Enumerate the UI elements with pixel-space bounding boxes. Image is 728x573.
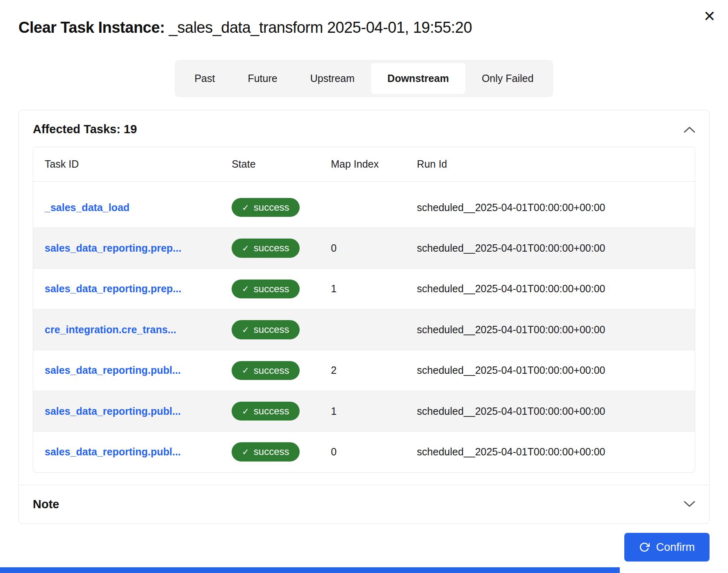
check-icon: ✓ <box>242 325 249 334</box>
state-cell: ✓success <box>232 350 331 391</box>
state-label: success <box>254 243 289 253</box>
modal-panel: Affected Tasks: 19 Task IDStateMap Index… <box>18 110 710 524</box>
task-id-link[interactable]: sales_data_reporting.publ... <box>45 405 181 417</box>
tab-past[interactable]: Past <box>178 63 231 94</box>
table-row: sales_data_reporting.prep...✓success1sch… <box>33 268 695 309</box>
affected-tasks-section: Affected Tasks: 19 Task IDStateMap Index… <box>19 110 709 485</box>
run-id-cell: scheduled__2025-04-01T00:00:00+00:00 <box>417 187 695 228</box>
table-row: _sales_data_load✓successscheduled__2025-… <box>33 187 695 228</box>
map-index-cell: 0 <box>331 228 417 268</box>
task-id-cell: _sales_data_load <box>33 187 232 228</box>
tab-future[interactable]: Future <box>231 63 293 94</box>
affected-tasks-header-row: Task IDStateMap IndexRun Id <box>33 147 695 182</box>
check-icon: ✓ <box>242 284 249 293</box>
state-cell: ✓success <box>232 309 331 350</box>
table-row: sales_data_reporting.publ...✓success0sch… <box>33 432 695 472</box>
task-id-link[interactable]: sales_data_reporting.prep... <box>45 283 181 294</box>
status-badge: ✓success <box>232 239 299 257</box>
run-id-cell: scheduled__2025-04-01T00:00:00+00:00 <box>417 432 695 472</box>
state-cell: ✓success <box>232 391 331 431</box>
task-id-cell: sales_data_reporting.publ... <box>33 432 232 472</box>
redo-icon <box>639 542 650 553</box>
page-title: Clear Task Instance: _sales_data_transfo… <box>18 19 472 36</box>
check-icon: ✓ <box>242 366 249 375</box>
confirm-button[interactable]: Confirm <box>624 533 710 562</box>
background-page-bar <box>0 567 620 573</box>
state-label: success <box>254 324 289 335</box>
tab-upstream[interactable]: Upstream <box>294 63 371 94</box>
table-row: sales_data_reporting.prep...✓success0sch… <box>33 228 695 268</box>
map-index-cell: 0 <box>331 432 417 472</box>
task-id-link[interactable]: sales_data_reporting.prep... <box>45 242 181 254</box>
task-id-cell: sales_data_reporting.publ... <box>33 391 232 431</box>
note-title: Note <box>33 498 59 511</box>
check-icon: ✓ <box>242 407 249 416</box>
state-label: success <box>254 365 289 376</box>
affected-tasks-accordion-header[interactable]: Affected Tasks: 19 <box>33 123 695 136</box>
task-id-cell: sales_data_reporting.prep... <box>33 228 232 268</box>
scope-tabs: PastFutureUpstreamDownstreamOnly Failed <box>175 60 553 97</box>
state-label: success <box>254 284 289 294</box>
chevron-down-icon <box>684 501 695 507</box>
state-label: success <box>254 202 289 213</box>
tab-only-failed[interactable]: Only Failed <box>465 63 550 94</box>
table-row: cre_integration.cre_trans...✓successsche… <box>33 309 695 350</box>
status-badge: ✓success <box>232 320 299 339</box>
check-icon: ✓ <box>242 447 249 457</box>
table-row: sales_data_reporting.publ...✓success1sch… <box>33 391 695 431</box>
state-cell: ✓success <box>232 268 331 309</box>
column-header: Run Id <box>417 147 695 182</box>
state-cell: ✓success <box>232 187 331 228</box>
confirm-label: Confirm <box>656 541 695 554</box>
map-index-cell: 2 <box>331 350 417 391</box>
column-header: State <box>232 147 331 182</box>
task-id-link[interactable]: cre_integration.cre_trans... <box>45 324 176 335</box>
affected-tasks-title: Affected Tasks: 19 <box>33 123 137 136</box>
run-id-cell: scheduled__2025-04-01T00:00:00+00:00 <box>417 268 695 309</box>
note-accordion-header[interactable]: Note <box>33 498 695 511</box>
run-id-cell: scheduled__2025-04-01T00:00:00+00:00 <box>417 350 695 391</box>
status-badge: ✓success <box>232 402 299 421</box>
table-row: sales_data_reporting.publ...✓success2sch… <box>33 350 695 391</box>
column-header: Task ID <box>33 147 232 182</box>
check-icon: ✓ <box>242 203 249 212</box>
check-icon: ✓ <box>242 243 249 253</box>
task-id-cell: cre_integration.cre_trans... <box>33 309 232 350</box>
chevron-up-icon <box>684 126 695 133</box>
task-id-cell: sales_data_reporting.prep... <box>33 268 232 309</box>
task-id-link[interactable]: _sales_data_load <box>45 202 130 213</box>
affected-tasks-table: Task IDStateMap IndexRun Id _sales_data_… <box>33 147 695 473</box>
affected-tasks-body: _sales_data_load✓successscheduled__2025-… <box>33 182 695 472</box>
map-index-cell: 1 <box>331 391 417 431</box>
map-index-cell <box>331 187 417 228</box>
state-label: success <box>254 446 289 457</box>
column-header: Map Index <box>331 147 417 182</box>
state-cell: ✓success <box>232 228 331 268</box>
task-id-cell: sales_data_reporting.publ... <box>33 350 232 391</box>
status-badge: ✓success <box>232 442 299 461</box>
task-id-link[interactable]: sales_data_reporting.publ... <box>45 446 181 457</box>
tab-downstream[interactable]: Downstream <box>371 63 465 94</box>
run-id-cell: scheduled__2025-04-01T00:00:00+00:00 <box>417 309 695 350</box>
task-id-link[interactable]: sales_data_reporting.publ... <box>45 364 181 376</box>
status-badge: ✓success <box>232 198 299 217</box>
close-icon[interactable]: ✕ <box>703 9 716 24</box>
map-index-cell: 1 <box>331 268 417 309</box>
status-badge: ✓success <box>232 280 299 298</box>
map-index-cell <box>331 309 417 350</box>
title-subject: _sales_data_transform 2025-04-01, 19:55:… <box>169 19 472 36</box>
run-id-cell: scheduled__2025-04-01T00:00:00+00:00 <box>417 391 695 431</box>
title-prefix: Clear Task Instance: <box>18 19 165 36</box>
state-cell: ✓success <box>232 432 331 472</box>
state-label: success <box>254 406 289 416</box>
run-id-cell: scheduled__2025-04-01T00:00:00+00:00 <box>417 228 695 268</box>
note-section: Note <box>19 485 709 523</box>
status-badge: ✓success <box>232 361 299 380</box>
